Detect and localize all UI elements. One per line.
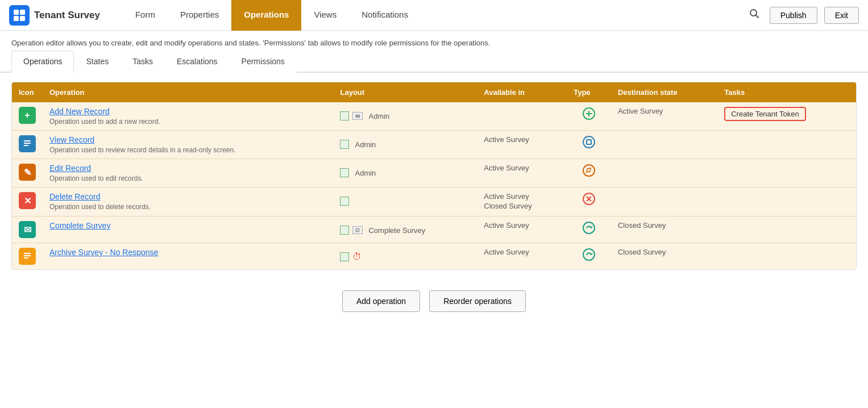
row-name-cell: View Record Operation used to review rec…: [43, 131, 333, 159]
row-dest-cell-5: Closed Survey: [611, 243, 717, 270]
page-description: Operation editor allows you to create, e…: [0, 31, 868, 51]
nav-form[interactable]: Form: [123, 0, 168, 31]
bottom-actions: Add operation Reorder operations: [0, 279, 868, 323]
table-row: + Add New Record Operation used to add a…: [12, 102, 856, 131]
exit-button[interactable]: Exit: [824, 7, 859, 24]
svg-rect-20: [24, 255, 31, 256]
tab-escalations[interactable]: Escalations: [165, 51, 230, 73]
nav-notifications[interactable]: Notifications: [349, 0, 421, 31]
app-icon: [9, 5, 30, 26]
layout-value-row2: Admin: [355, 169, 376, 177]
layout-icons-row5: ⏱: [340, 248, 470, 261]
layout-icons-row2: Admin: [340, 164, 470, 177]
svg-rect-19: [24, 253, 31, 254]
row-layout-cell-3: [333, 188, 477, 217]
svg-rect-3: [20, 16, 25, 21]
op-name-archive-survey[interactable]: Archive Survey - No Response: [49, 248, 326, 257]
row-icon-cell: [12, 131, 43, 159]
col-tasks: Tasks: [717, 82, 856, 102]
svg-rect-13: [587, 140, 591, 144]
svg-point-14: [583, 165, 595, 176]
op-desc-edit-record: Operation used to edit records.: [49, 174, 326, 182]
table-row: ✎ Edit Record Operation used to edit rec…: [12, 159, 856, 188]
row-dest-cell-4: Closed Survey: [611, 217, 717, 243]
nav-operations[interactable]: Operations: [231, 0, 301, 31]
layout-square-icon: [340, 111, 349, 120]
nav-views[interactable]: Views: [301, 0, 349, 31]
row-name-cell: Archive Survey - No Response: [43, 243, 333, 270]
publish-button[interactable]: Publish: [770, 7, 817, 24]
svg-rect-9: [24, 140, 31, 141]
layout-value-row4: Complete Survey: [368, 226, 425, 235]
op-name-delete-record[interactable]: Delete Record: [49, 192, 326, 201]
svg-rect-11: [24, 145, 28, 146]
svg-line-5: [755, 15, 758, 18]
row-icon-cell: [12, 243, 43, 270]
layout-square-icon: [340, 197, 349, 206]
available-text-1: Active Survey: [484, 135, 560, 144]
row-type-cell-0: [567, 102, 611, 125]
table-row: Archive Survey - No Response ⏱ Active Su…: [12, 243, 856, 270]
row-type-cell-1: [567, 131, 611, 153]
row-name-cell: Edit Record Operation used to edit recor…: [43, 159, 333, 188]
op-name-edit-record[interactable]: Edit Record: [49, 164, 326, 173]
row-icon-cell: +: [12, 102, 43, 131]
app-logo: Tenant Survey: [9, 5, 100, 26]
row-layout-cell-5: ⏱: [333, 243, 477, 270]
search-button[interactable]: [746, 5, 763, 25]
svg-rect-10: [24, 143, 31, 144]
task-link-create-tenant-token[interactable]: Create Tenant Token: [724, 107, 806, 121]
row-dest-cell-1: [611, 131, 717, 159]
header: Tenant Survey Form Properties Operations…: [0, 0, 868, 31]
tab-states[interactable]: States: [74, 51, 121, 73]
row-available-cell-1: Active Survey: [477, 131, 567, 159]
available-text-5: Active Survey: [484, 248, 560, 256]
header-actions: Publish Exit: [746, 5, 859, 25]
row-available-cell-0: [477, 102, 567, 131]
row-available-cell-2: Active Survey: [477, 159, 567, 188]
op-icon-delete: ✕: [19, 192, 36, 209]
row-type-cell-5: [567, 243, 611, 266]
layout-value-row0: Admin: [368, 112, 389, 120]
layout-icons-row3: [340, 192, 470, 206]
row-tasks-cell-4: [717, 217, 856, 243]
svg-point-18: [583, 222, 595, 234]
tab-tasks[interactable]: Tasks: [121, 51, 165, 73]
operations-table: Icon Operation Layout Available in Type …: [12, 82, 856, 269]
table-row: View Record Operation used to review rec…: [12, 131, 856, 159]
col-layout: Layout: [333, 82, 477, 102]
op-name-view-record[interactable]: View Record: [49, 135, 326, 144]
op-icon-edit: ✎: [19, 164, 36, 181]
op-icon-view: [19, 135, 36, 152]
reorder-operations-button[interactable]: Reorder operations: [429, 290, 526, 312]
row-tasks-cell-2: [717, 159, 856, 188]
table-row: ✕ Delete Record Operation used to delete…: [12, 188, 856, 217]
operations-table-container: Icon Operation Layout Available in Type …: [11, 82, 857, 270]
col-type: Type: [567, 82, 611, 102]
op-name-add-new-record[interactable]: Add New Record: [49, 107, 326, 116]
tab-operations[interactable]: Operations: [11, 51, 74, 73]
row-dest-cell-0: Active Survey: [611, 102, 717, 131]
op-desc-add-new-record: Operation used to add a new record.: [49, 118, 326, 126]
add-operation-button[interactable]: Add operation: [342, 290, 420, 312]
table-row: ✉ Complete Survey ⊡ Complete Survey Acti…: [12, 217, 856, 243]
col-available: Available in: [477, 82, 567, 102]
available-text-3b: Closed Survey: [484, 202, 560, 210]
row-name-cell: Add New Record Operation used to add a n…: [43, 102, 333, 131]
row-tasks-cell-0: Create Tenant Token: [717, 102, 856, 131]
available-text-2: Active Survey: [484, 164, 560, 172]
op-name-complete-survey[interactable]: Complete Survey: [49, 221, 326, 230]
available-text-4: Active Survey: [484, 221, 560, 230]
col-operation: Operation: [43, 82, 333, 102]
available-text-3a: Active Survey: [484, 192, 560, 201]
layout-screen-icon: ⊡: [352, 226, 363, 234]
layout-icons-row4: ⊡ Complete Survey: [340, 221, 470, 235]
row-available-cell-3: Active Survey Closed Survey: [477, 188, 567, 217]
row-tasks-cell-1: [717, 131, 856, 159]
nav-properties[interactable]: Properties: [168, 0, 231, 31]
row-layout-cell-4: ⊡ Complete Survey: [333, 217, 477, 243]
table-header-row: Icon Operation Layout Available in Type …: [12, 82, 856, 102]
row-name-cell: Complete Survey: [43, 217, 333, 243]
tab-permissions[interactable]: Permissions: [230, 51, 297, 73]
op-desc-delete-record: Operation used to delete records.: [49, 203, 326, 211]
